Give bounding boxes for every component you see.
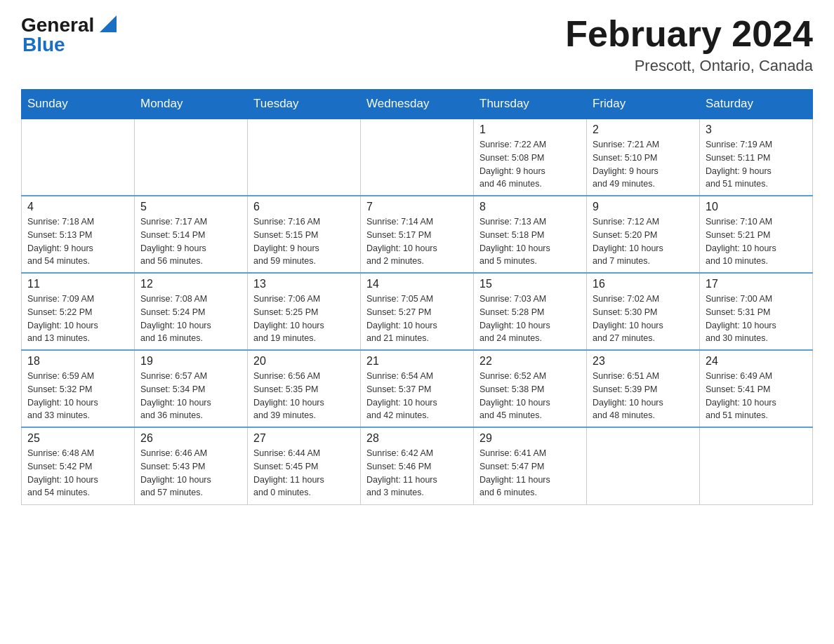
day-number: 8 — [479, 201, 581, 213]
day-number: 20 — [253, 355, 355, 368]
day-info: Sunrise: 7:16 AMSunset: 5:15 PMDaylight:… — [253, 215, 355, 268]
weekday-header-wednesday: Wednesday — [361, 90, 474, 119]
calendar-cell: 11Sunrise: 7:09 AMSunset: 5:22 PMDayligh… — [22, 273, 135, 350]
calendar-cell: 3Sunrise: 7:19 AMSunset: 5:11 PMDaylight… — [700, 119, 813, 196]
month-title: February 2024 — [565, 14, 813, 54]
day-info: Sunrise: 7:03 AMSunset: 5:28 PMDaylight:… — [479, 293, 581, 345]
calendar-cell: 1Sunrise: 7:22 AMSunset: 5:08 PMDaylight… — [474, 119, 587, 196]
weekday-header-sunday: Sunday — [22, 90, 135, 119]
day-info: Sunrise: 7:18 AMSunset: 5:13 PMDaylight:… — [27, 215, 128, 268]
weekday-header-thursday: Thursday — [474, 90, 587, 119]
calendar-cell: 20Sunrise: 6:56 AMSunset: 5:35 PMDayligh… — [248, 350, 361, 427]
day-number: 26 — [140, 432, 241, 445]
calendar-cell: 19Sunrise: 6:57 AMSunset: 5:34 PMDayligh… — [135, 350, 248, 427]
calendar-cell — [587, 427, 700, 504]
day-number: 10 — [706, 201, 807, 213]
calendar-week-row: 1Sunrise: 7:22 AMSunset: 5:08 PMDaylight… — [22, 119, 813, 196]
weekday-header-tuesday: Tuesday — [248, 90, 361, 119]
calendar-cell: 26Sunrise: 6:46 AMSunset: 5:43 PMDayligh… — [135, 427, 248, 504]
day-number: 17 — [706, 278, 807, 290]
day-info: Sunrise: 7:09 AMSunset: 5:22 PMDaylight:… — [27, 293, 128, 345]
calendar-cell: 12Sunrise: 7:08 AMSunset: 5:24 PMDayligh… — [135, 273, 248, 350]
day-info: Sunrise: 6:48 AMSunset: 5:42 PMDaylight:… — [27, 447, 128, 499]
calendar-cell: 18Sunrise: 6:59 AMSunset: 5:32 PMDayligh… — [22, 350, 135, 427]
day-number: 16 — [593, 278, 694, 290]
day-number: 25 — [27, 432, 128, 445]
logo-blue-text: Blue — [22, 34, 119, 56]
day-number: 3 — [706, 123, 807, 136]
calendar-week-row: 11Sunrise: 7:09 AMSunset: 5:22 PMDayligh… — [22, 273, 813, 350]
calendar-cell: 22Sunrise: 6:52 AMSunset: 5:38 PMDayligh… — [474, 350, 587, 427]
day-number: 18 — [27, 355, 128, 368]
day-number: 15 — [479, 278, 581, 290]
calendar-cell — [700, 427, 813, 504]
day-number: 14 — [366, 278, 468, 290]
day-number: 12 — [140, 278, 241, 290]
calendar-cell: 17Sunrise: 7:00 AMSunset: 5:31 PMDayligh… — [700, 273, 813, 350]
day-number: 27 — [253, 432, 355, 445]
svg-marker-0 — [100, 15, 117, 32]
calendar-cell: 25Sunrise: 6:48 AMSunset: 5:42 PMDayligh… — [22, 427, 135, 504]
calendar-cell: 6Sunrise: 7:16 AMSunset: 5:15 PMDaylight… — [248, 196, 361, 273]
day-number: 9 — [593, 201, 694, 213]
logo-triangle-icon — [97, 13, 119, 35]
calendar-week-row: 4Sunrise: 7:18 AMSunset: 5:13 PMDaylight… — [22, 196, 813, 273]
day-info: Sunrise: 7:08 AMSunset: 5:24 PMDaylight:… — [140, 293, 241, 345]
calendar-week-row: 18Sunrise: 6:59 AMSunset: 5:32 PMDayligh… — [22, 350, 813, 427]
calendar-cell: 2Sunrise: 7:21 AMSunset: 5:10 PMDaylight… — [587, 119, 700, 196]
day-number: 6 — [253, 201, 355, 213]
day-info: Sunrise: 6:49 AMSunset: 5:41 PMDaylight:… — [706, 370, 807, 422]
day-info: Sunrise: 7:02 AMSunset: 5:30 PMDaylight:… — [593, 293, 694, 345]
page-header: General Blue February 2024 Prescott, Ont… — [21, 14, 813, 75]
day-info: Sunrise: 6:41 AMSunset: 5:47 PMDaylight:… — [479, 447, 581, 499]
calendar-cell: 15Sunrise: 7:03 AMSunset: 5:28 PMDayligh… — [474, 273, 587, 350]
weekday-header-monday: Monday — [135, 90, 248, 119]
day-number: 28 — [366, 432, 468, 445]
calendar-cell: 9Sunrise: 7:12 AMSunset: 5:20 PMDaylight… — [587, 196, 700, 273]
day-number: 19 — [140, 355, 241, 368]
calendar-week-row: 25Sunrise: 6:48 AMSunset: 5:42 PMDayligh… — [22, 427, 813, 504]
day-info: Sunrise: 7:00 AMSunset: 5:31 PMDaylight:… — [706, 293, 807, 345]
day-info: Sunrise: 7:22 AMSunset: 5:08 PMDaylight:… — [479, 138, 581, 191]
day-number: 24 — [706, 355, 807, 368]
calendar-cell: 24Sunrise: 6:49 AMSunset: 5:41 PMDayligh… — [700, 350, 813, 427]
calendar-cell: 23Sunrise: 6:51 AMSunset: 5:39 PMDayligh… — [587, 350, 700, 427]
day-info: Sunrise: 6:42 AMSunset: 5:46 PMDaylight:… — [366, 447, 468, 499]
day-info: Sunrise: 6:56 AMSunset: 5:35 PMDaylight:… — [253, 370, 355, 422]
day-info: Sunrise: 6:44 AMSunset: 5:45 PMDaylight:… — [253, 447, 355, 499]
day-number: 13 — [253, 278, 355, 290]
weekday-header-row: SundayMondayTuesdayWednesdayThursdayFrid… — [22, 90, 813, 119]
day-info: Sunrise: 6:51 AMSunset: 5:39 PMDaylight:… — [593, 370, 694, 422]
day-info: Sunrise: 6:57 AMSunset: 5:34 PMDaylight:… — [140, 370, 241, 422]
day-number: 5 — [140, 201, 241, 213]
day-info: Sunrise: 6:52 AMSunset: 5:38 PMDaylight:… — [479, 370, 581, 422]
calendar-cell: 29Sunrise: 6:41 AMSunset: 5:47 PMDayligh… — [474, 427, 587, 504]
day-info: Sunrise: 7:21 AMSunset: 5:10 PMDaylight:… — [593, 138, 694, 191]
day-info: Sunrise: 7:19 AMSunset: 5:11 PMDaylight:… — [706, 138, 807, 191]
calendar-cell — [361, 119, 474, 196]
day-info: Sunrise: 7:05 AMSunset: 5:27 PMDaylight:… — [366, 293, 468, 345]
day-info: Sunrise: 7:14 AMSunset: 5:17 PMDaylight:… — [366, 215, 468, 268]
calendar-cell: 13Sunrise: 7:06 AMSunset: 5:25 PMDayligh… — [248, 273, 361, 350]
calendar-cell: 4Sunrise: 7:18 AMSunset: 5:13 PMDaylight… — [22, 196, 135, 273]
day-info: Sunrise: 7:12 AMSunset: 5:20 PMDaylight:… — [593, 215, 694, 268]
day-number: 4 — [27, 201, 128, 213]
day-number: 29 — [479, 432, 581, 445]
calendar-cell: 21Sunrise: 6:54 AMSunset: 5:37 PMDayligh… — [361, 350, 474, 427]
weekday-header-friday: Friday — [587, 90, 700, 119]
day-info: Sunrise: 7:17 AMSunset: 5:14 PMDaylight:… — [140, 215, 241, 268]
day-info: Sunrise: 7:06 AMSunset: 5:25 PMDaylight:… — [253, 293, 355, 345]
calendar-table: SundayMondayTuesdayWednesdayThursdayFrid… — [21, 89, 813, 505]
day-number: 22 — [479, 355, 581, 368]
calendar-cell: 10Sunrise: 7:10 AMSunset: 5:21 PMDayligh… — [700, 196, 813, 273]
calendar-cell: 27Sunrise: 6:44 AMSunset: 5:45 PMDayligh… — [248, 427, 361, 504]
day-number: 7 — [366, 201, 468, 213]
day-info: Sunrise: 7:13 AMSunset: 5:18 PMDaylight:… — [479, 215, 581, 268]
calendar-cell: 28Sunrise: 6:42 AMSunset: 5:46 PMDayligh… — [361, 427, 474, 504]
logo: General Blue — [21, 14, 119, 56]
day-info: Sunrise: 6:54 AMSunset: 5:37 PMDaylight:… — [366, 370, 468, 422]
day-info: Sunrise: 6:59 AMSunset: 5:32 PMDaylight:… — [27, 370, 128, 422]
calendar-cell — [248, 119, 361, 196]
calendar-cell: 16Sunrise: 7:02 AMSunset: 5:30 PMDayligh… — [587, 273, 700, 350]
day-number: 2 — [593, 123, 694, 136]
